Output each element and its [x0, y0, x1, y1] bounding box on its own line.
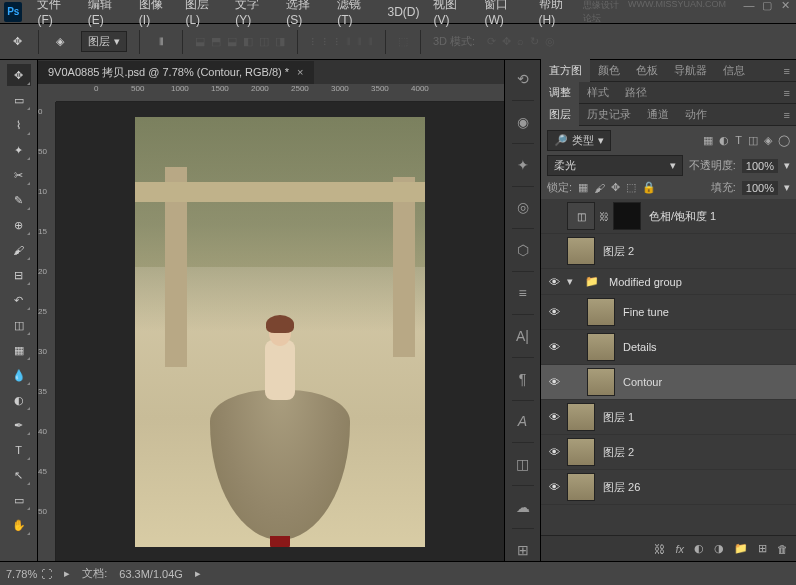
- tab-styles[interactable]: 样式: [579, 81, 617, 104]
- dist-icon[interactable]: ⫶: [322, 35, 328, 48]
- zoom-expand-icon[interactable]: ⛶: [41, 568, 52, 580]
- eyedropper-tool[interactable]: ✎: [7, 189, 31, 211]
- dist-icon[interactable]: ⫴: [357, 35, 362, 48]
- visibility-toggle[interactable]: 👁: [545, 481, 563, 493]
- align-top-icon[interactable]: ⬓: [195, 35, 205, 48]
- opacity-value[interactable]: 100%: [742, 159, 778, 173]
- wand-tool[interactable]: ✦: [7, 139, 31, 161]
- tab-info[interactable]: 信息: [715, 59, 753, 82]
- filter-adjust-icon[interactable]: ◐: [719, 134, 729, 147]
- eraser-tool[interactable]: ◫: [7, 314, 31, 336]
- canvas[interactable]: [56, 102, 504, 561]
- move-tool-icon[interactable]: ✥: [8, 33, 26, 51]
- tab-histogram[interactable]: 直方图: [541, 59, 590, 82]
- filter-type-dropdown[interactable]: 🔎 类型 ▾: [547, 130, 611, 151]
- align-vcenter-icon[interactable]: ⬒: [211, 35, 221, 48]
- layer-row[interactable]: 👁 图层 2: [541, 234, 796, 269]
- layer-name[interactable]: Details: [623, 341, 657, 353]
- layer-name[interactable]: 图层 26: [603, 480, 640, 495]
- path-tool[interactable]: ↖: [7, 464, 31, 486]
- new-layer-icon[interactable]: ⊞: [758, 542, 767, 555]
- 3d-rotate-icon[interactable]: ↻: [530, 35, 539, 48]
- lock-artboard-icon[interactable]: ⬚: [626, 181, 636, 194]
- dock-icon[interactable]: ⬡: [511, 239, 535, 261]
- close-button[interactable]: ✕: [778, 0, 792, 25]
- visibility-toggle[interactable]: 👁: [545, 210, 563, 222]
- layer-name[interactable]: Modified group: [609, 276, 682, 288]
- panel-menu-icon[interactable]: ≡: [778, 109, 796, 121]
- tab-channels[interactable]: 通道: [639, 103, 677, 126]
- autoselect-dropdown[interactable]: 图层▾: [81, 31, 127, 52]
- dist-icon[interactable]: ⫴: [346, 35, 351, 48]
- menu-layer[interactable]: 图层(L): [178, 0, 228, 27]
- align-hcenter-icon[interactable]: ◫: [259, 35, 269, 48]
- align-bottom-icon[interactable]: ⬓: [227, 35, 237, 48]
- dock-paragraph-icon[interactable]: ¶: [511, 368, 535, 390]
- layer-row[interactable]: 👁 图层 26: [541, 470, 796, 505]
- layer-row[interactable]: 👁 Details: [541, 330, 796, 365]
- group-icon[interactable]: 📁: [734, 542, 748, 555]
- layer-thumb[interactable]: [567, 403, 595, 431]
- visibility-toggle[interactable]: 👁: [545, 376, 563, 388]
- layer-name[interactable]: 图层 2: [603, 244, 634, 259]
- menu-type[interactable]: 文字(Y): [228, 0, 279, 27]
- tab-navigator[interactable]: 导航器: [666, 59, 715, 82]
- dist-icon[interactable]: ⫴: [368, 35, 373, 48]
- mask-icon[interactable]: ◐: [694, 542, 704, 555]
- visibility-toggle[interactable]: 👁: [545, 341, 563, 353]
- dist-icon[interactable]: ⫶: [334, 35, 340, 48]
- hand-tool[interactable]: ✋: [7, 514, 31, 536]
- lasso-tool[interactable]: ⌇: [7, 114, 31, 136]
- layer-row-selected[interactable]: 👁 Contour: [541, 365, 796, 400]
- panel-menu-icon[interactable]: ≡: [778, 65, 796, 77]
- marquee-tool[interactable]: ▭: [7, 89, 31, 111]
- 3d-orbit-icon[interactable]: ⟳: [487, 35, 496, 48]
- dock-icon[interactable]: ⟲: [511, 68, 535, 90]
- layer-thumb[interactable]: [567, 473, 595, 501]
- adjustment-icon[interactable]: ◑: [714, 542, 724, 555]
- visibility-toggle[interactable]: 👁: [545, 306, 563, 318]
- layer-name[interactable]: Fine tune: [623, 306, 669, 318]
- dodge-tool[interactable]: ◐: [7, 389, 31, 411]
- layer-name[interactable]: 色相/饱和度 1: [649, 209, 716, 224]
- move-tool[interactable]: ✥: [7, 64, 31, 86]
- tab-color[interactable]: 颜色: [590, 59, 628, 82]
- folder-caret-icon[interactable]: ▾: [567, 275, 579, 288]
- layer-thumb[interactable]: [587, 298, 615, 326]
- lock-position-icon[interactable]: ✥: [611, 181, 620, 194]
- lock-all-icon[interactable]: 🔒: [642, 181, 656, 194]
- stamp-tool[interactable]: ⊟: [7, 264, 31, 286]
- layer-thumb[interactable]: [567, 438, 595, 466]
- layer-name[interactable]: Contour: [623, 376, 662, 388]
- minimize-button[interactable]: —: [742, 0, 756, 25]
- align-icon[interactable]: ⫴: [152, 33, 170, 51]
- menu-select[interactable]: 选择(S): [279, 0, 330, 27]
- menu-view[interactable]: 视图(V): [426, 0, 477, 27]
- align-left-icon[interactable]: ◧: [243, 35, 253, 48]
- filter-shape-icon[interactable]: ◫: [748, 134, 758, 147]
- type-tool[interactable]: T: [7, 439, 31, 461]
- filter-toggle-icon[interactable]: ◯: [778, 134, 790, 147]
- tab-layers[interactable]: 图层: [541, 103, 579, 126]
- heal-tool[interactable]: ⊕: [7, 214, 31, 236]
- tab-adjustments[interactable]: 调整: [541, 81, 579, 104]
- autoselect-icon[interactable]: ◈: [51, 33, 69, 51]
- document-tab[interactable]: 9V0A0885 拷贝.psd @ 7.78% (Contour, RGB/8)…: [38, 61, 314, 84]
- visibility-toggle[interactable]: 👁: [545, 411, 563, 423]
- tab-history[interactable]: 历史记录: [579, 103, 639, 126]
- fill-chevron-icon[interactable]: ▾: [784, 181, 790, 194]
- dock-icon[interactable]: ⊞: [511, 539, 535, 561]
- trash-icon[interactable]: 🗑: [777, 543, 788, 555]
- filter-type-icon[interactable]: T: [735, 134, 742, 147]
- dock-icon[interactable]: ◫: [511, 453, 535, 475]
- filter-pixel-icon[interactable]: ▦: [703, 134, 713, 147]
- menu-edit[interactable]: 编辑(E): [81, 0, 132, 27]
- tab-close-icon[interactable]: ×: [297, 66, 303, 78]
- menu-filter[interactable]: 滤镜(T): [330, 0, 380, 27]
- dock-cc-icon[interactable]: ☁: [511, 496, 535, 518]
- blur-tool[interactable]: 💧: [7, 364, 31, 386]
- gradient-tool[interactable]: ▦: [7, 339, 31, 361]
- visibility-toggle[interactable]: 👁: [545, 446, 563, 458]
- panel-menu-icon[interactable]: ≡: [778, 87, 796, 99]
- layer-thumb[interactable]: [587, 368, 615, 396]
